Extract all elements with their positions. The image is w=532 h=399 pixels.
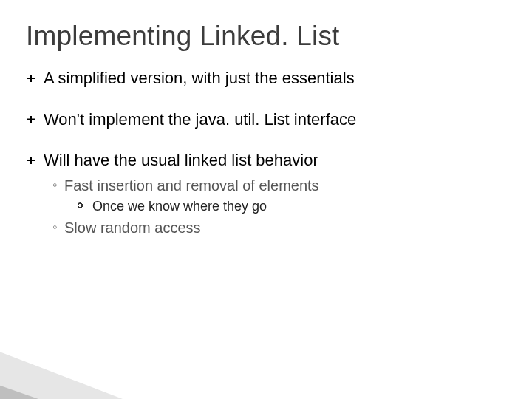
svg-marker-0 [0, 318, 296, 399]
decorative-shapes [0, 273, 296, 399]
sub-list: Fast insertion and removal of elements O… [52, 177, 506, 238]
bullet-text: Won't implement the java. util. List int… [44, 110, 356, 129]
list-item: A simplified version, with just the esse… [27, 68, 506, 89]
slide: Implementing Linked. List A simplified v… [0, 0, 532, 399]
list-item: Slow random access [52, 219, 506, 237]
list-item: Won't implement the java. util. List int… [27, 109, 506, 130]
svg-marker-1 [0, 355, 229, 399]
slide-title: Implementing Linked. List [26, 21, 506, 52]
list-item: Once we know where they go [78, 198, 506, 215]
list-item: Will have the usual linked list behavior… [27, 150, 506, 237]
bullet-list: A simplified version, with just the esse… [27, 68, 506, 237]
svg-marker-2 [0, 392, 163, 399]
bullet-text: Will have the usual linked list behavior [44, 151, 318, 169]
sub-sub-list: Once we know where they go [78, 198, 506, 215]
bullet-text: A simplified version, with just the esse… [44, 69, 355, 87]
sub-bullet-text: Fast insertion and removal of elements [64, 177, 319, 194]
sub-sub-bullet-text: Once we know where they go [92, 199, 267, 214]
list-item: Fast insertion and removal of elements O… [52, 177, 506, 215]
sub-bullet-text: Slow random access [64, 219, 201, 236]
